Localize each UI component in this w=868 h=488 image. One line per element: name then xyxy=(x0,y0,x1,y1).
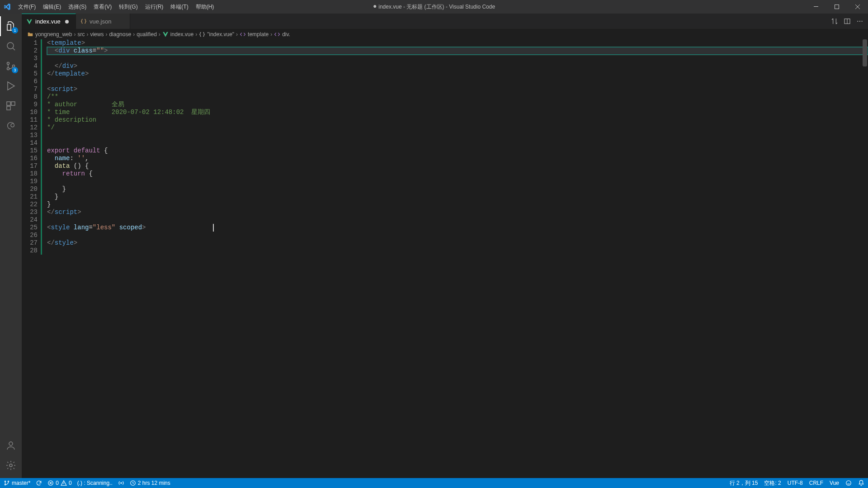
smiley-icon xyxy=(845,480,852,486)
status-time[interactable]: 2 hrs 12 mins xyxy=(130,480,170,486)
git-branch-icon xyxy=(4,480,10,486)
editor-actions xyxy=(831,14,868,29)
chevron-right-icon: › xyxy=(195,31,197,38)
split-editor-icon[interactable] xyxy=(844,18,851,25)
vue-file-icon xyxy=(26,19,33,25)
json-file-icon xyxy=(80,18,87,24)
status-indent[interactable]: 空格: 2 xyxy=(764,479,781,487)
svg-point-12 xyxy=(857,21,858,22)
status-feedback[interactable] xyxy=(845,480,852,486)
crumb-root[interactable]: yongneng_web xyxy=(27,31,72,38)
status-notifications[interactable] xyxy=(858,480,864,486)
chevron-right-icon: › xyxy=(236,31,238,38)
svg-point-9 xyxy=(9,442,13,445)
svg-point-3 xyxy=(7,62,9,65)
crumb-src[interactable]: src xyxy=(77,31,85,38)
menu-go[interactable]: 转到(G) xyxy=(115,0,141,14)
clock-icon xyxy=(130,480,136,486)
window-controls xyxy=(806,0,868,14)
svg-point-21 xyxy=(846,481,851,486)
crumb-template[interactable]: template xyxy=(240,31,269,38)
activity-explorer[interactable]: 1 xyxy=(0,16,22,36)
tab-label: index.vue xyxy=(35,18,61,25)
tab-label: vue.json xyxy=(90,18,111,25)
activity-settings[interactable] xyxy=(0,455,22,475)
chevron-right-icon: › xyxy=(74,31,75,38)
status-encoding[interactable]: UTF-8 xyxy=(788,480,803,486)
symbol-html-icon xyxy=(240,31,246,38)
chevron-right-icon: › xyxy=(86,31,88,38)
menu-edit[interactable]: 编辑(E) xyxy=(39,0,65,14)
overview-ruler[interactable] xyxy=(862,39,868,478)
svg-point-14 xyxy=(862,21,863,22)
dirty-dot-icon: ● xyxy=(373,2,378,9)
folder-icon xyxy=(27,31,33,38)
crumb-scope[interactable]: "index.vue" xyxy=(199,31,234,38)
chevron-right-icon: › xyxy=(133,31,135,38)
broadcast-icon xyxy=(118,480,124,486)
text-cursor xyxy=(213,224,214,232)
svg-point-15 xyxy=(5,481,5,482)
close-button[interactable] xyxy=(847,0,868,14)
svg-rect-6 xyxy=(7,102,10,105)
activity-edge[interactable] xyxy=(0,116,22,136)
status-branch[interactable]: master* xyxy=(4,480,30,486)
tab-index-vue[interactable]: index.vue xyxy=(22,14,76,29)
activity-extensions[interactable] xyxy=(0,96,22,116)
svg-rect-8 xyxy=(7,106,10,110)
error-icon xyxy=(47,480,54,486)
activity-scm[interactable]: 3 xyxy=(0,56,22,76)
svg-point-4 xyxy=(7,68,9,70)
minimize-button[interactable] xyxy=(806,0,826,14)
crumb-diagnose[interactable]: diagnose xyxy=(109,31,131,38)
activity-search[interactable] xyxy=(0,36,22,56)
vue-file-icon xyxy=(162,31,169,38)
svg-rect-7 xyxy=(11,102,15,105)
status-problems[interactable]: 0 0 xyxy=(47,480,71,486)
menu-terminal[interactable]: 终端(T) xyxy=(167,0,192,14)
editor-group: index.vue vue.json yongneng_web › xyxy=(22,14,868,478)
status-eol[interactable]: CRLF xyxy=(809,480,823,486)
svg-point-13 xyxy=(859,21,860,22)
activity-bar: 1 3 xyxy=(0,14,22,478)
main-menu: 文件(F) 编辑(E) 选择(S) 查看(V) 转到(G) 运行(R) 终端(T… xyxy=(14,0,217,14)
status-scanning[interactable]: (.) : Scanning.. xyxy=(77,480,113,486)
status-live-server[interactable] xyxy=(118,480,124,486)
explorer-badge: 1 xyxy=(12,27,18,33)
compare-changes-icon[interactable] xyxy=(831,18,838,25)
maximize-button[interactable] xyxy=(826,0,847,14)
title-bar: 文件(F) 编辑(E) 选择(S) 查看(V) 转到(G) 运行(R) 终端(T… xyxy=(0,0,868,14)
vscode-icon xyxy=(4,3,11,10)
svg-rect-0 xyxy=(814,6,818,7)
menu-run[interactable]: 运行(R) xyxy=(142,0,167,14)
crumb-file[interactable]: index.vue xyxy=(162,31,193,38)
crumb-views[interactable]: views xyxy=(90,31,104,38)
scrollbar-thumb[interactable] xyxy=(863,39,867,66)
status-sync[interactable] xyxy=(36,480,42,486)
status-ln-col[interactable]: 行 2，列 15 xyxy=(730,479,758,487)
code-editor[interactable]: 1234567891011121314151617181920212223242… xyxy=(22,39,868,478)
svg-point-16 xyxy=(5,484,5,485)
scm-badge: 3 xyxy=(12,67,18,73)
status-language[interactable]: Vue xyxy=(830,480,839,486)
more-actions-icon[interactable] xyxy=(856,18,863,25)
symbol-html-icon xyxy=(274,31,280,38)
crumb-qualified[interactable]: qualified xyxy=(137,31,157,38)
breadcrumbs[interactable]: yongneng_web › src › views › diagnose › … xyxy=(22,29,868,39)
menu-selection[interactable]: 选择(S) xyxy=(65,0,90,14)
tab-vue-json[interactable]: vue.json xyxy=(76,14,130,29)
code-area[interactable]: <template> <div class=""> </div> </templ… xyxy=(43,39,868,478)
chevron-right-icon: › xyxy=(270,31,272,38)
svg-point-10 xyxy=(9,464,12,467)
crumb-div[interactable]: div. xyxy=(274,31,290,38)
dirty-indicator-icon xyxy=(65,20,69,24)
menu-help[interactable]: 帮助(H) xyxy=(192,0,218,14)
chevron-right-icon: › xyxy=(159,31,160,38)
svg-rect-1 xyxy=(835,5,839,9)
menu-view[interactable]: 查看(V) xyxy=(90,0,115,14)
bell-icon xyxy=(858,480,864,486)
line-number-gutter: 1234567891011121314151617181920212223242… xyxy=(22,39,43,478)
menu-file[interactable]: 文件(F) xyxy=(14,0,39,14)
activity-account[interactable] xyxy=(0,436,22,455)
activity-run[interactable] xyxy=(0,76,22,96)
